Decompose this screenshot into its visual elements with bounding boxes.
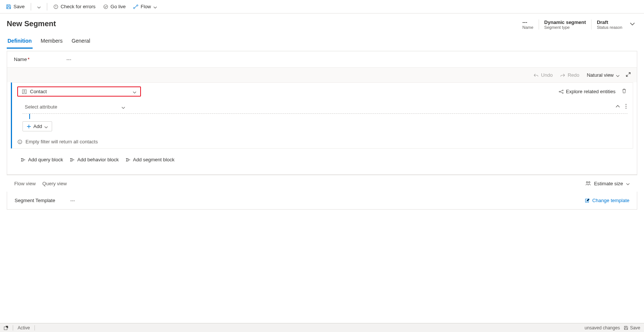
check-errors-button[interactable]: Check for errors [50, 2, 99, 11]
explore-related-button[interactable]: Explore related entities [559, 89, 616, 94]
chevron-down-icon [44, 125, 48, 128]
svg-point-15 [586, 182, 588, 183]
template-row: Segment Template --- Change template [7, 192, 637, 210]
meta-type-label: Segment type [544, 25, 586, 30]
attribute-selector[interactable]: Select attribute [22, 103, 127, 111]
record-meta: --- Name Dynamic segment Segment type Dr… [517, 19, 637, 30]
template-label: Segment Template [15, 198, 55, 203]
svg-point-3 [133, 7, 135, 9]
add-condition-label: Add [33, 124, 42, 129]
svg-point-12 [626, 108, 626, 109]
query-view-link[interactable]: Query view [42, 181, 67, 186]
estimate-size-button[interactable]: Estimate size [585, 180, 630, 186]
name-field-label: Name* [14, 57, 66, 62]
chevron-down-icon [37, 5, 41, 9]
name-field-value[interactable]: --- [66, 57, 71, 62]
separator [31, 3, 31, 10]
empty-filter-message: Empty filter will return all contacts [25, 139, 98, 144]
add-behavior-block-button[interactable]: Add behavior block [70, 157, 119, 162]
meta-status-label: Status reason [597, 25, 622, 30]
tab-members[interactable]: Members [40, 36, 63, 49]
query-block: Contact Explore related entities Select … [11, 82, 633, 149]
chevron-down-icon [133, 90, 136, 94]
redo-button[interactable]: Redo [559, 71, 581, 79]
svg-point-7 [559, 91, 560, 92]
go-live-button[interactable]: Go live [100, 2, 129, 11]
save-icon [6, 4, 11, 9]
svg-point-1 [55, 7, 56, 8]
change-template-label: Change template [592, 198, 629, 203]
collapse-button[interactable] [615, 103, 621, 110]
add-segment-block-label: Add segment block [133, 157, 175, 162]
more-button[interactable] [625, 103, 628, 111]
query-block-header: Contact Explore related entities [12, 83, 633, 100]
add-query-block-button[interactable]: Add query block [21, 157, 63, 162]
flow-button[interactable]: Flow [130, 2, 160, 11]
contact-icon [22, 89, 27, 94]
entity-selector-label: Contact [30, 89, 47, 94]
meta-name: --- Name [517, 19, 539, 30]
command-bar: Save Check for errors Go live Flow [0, 0, 644, 13]
chevron-down-icon [121, 105, 125, 109]
query-block-actions: Explore related entities [559, 88, 628, 95]
empty-filter-info: Empty filter will return all contacts [12, 135, 633, 148]
svg-point-2 [104, 4, 108, 9]
entity-selector[interactable]: Contact [17, 86, 141, 97]
add-behavior-block-label: Add behavior block [77, 157, 119, 162]
svg-point-9 [562, 92, 563, 94]
flow-view-link[interactable]: Flow view [14, 181, 36, 186]
svg-point-10 [626, 104, 626, 105]
chevron-down-icon [616, 73, 620, 77]
view-selector[interactable]: Natural view [585, 71, 621, 79]
page-header: New Segment --- Name Dynamic segment Seg… [0, 13, 644, 33]
meta-type-value: Dynamic segment [544, 19, 586, 25]
meta-name-label: Name [523, 25, 533, 30]
dashed-divider [22, 113, 628, 114]
svg-point-14 [19, 140, 20, 141]
estimate-size-label: Estimate size [594, 181, 623, 186]
svg-point-11 [626, 106, 626, 107]
save-button[interactable]: Save [3, 2, 28, 11]
tab-definition[interactable]: Definition [7, 36, 33, 49]
svg-point-6 [24, 90, 25, 92]
view-links: Flow view Query view [14, 181, 67, 186]
required-indicator: * [28, 57, 30, 62]
redo-label: Redo [568, 72, 579, 78]
go-live-label: Go live [111, 4, 126, 9]
tab-strip: Definition Members General [0, 33, 644, 49]
add-condition-button[interactable]: Add [22, 121, 52, 131]
view-selector-label: Natural view [587, 72, 614, 78]
meta-expand[interactable] [628, 21, 637, 28]
attribute-row: Select attribute [12, 100, 633, 111]
svg-point-4 [137, 4, 138, 6]
chevron-down-icon [153, 5, 157, 9]
check-icon [103, 4, 108, 9]
page-title: New Segment [7, 19, 56, 28]
tab-general[interactable]: General [71, 36, 91, 49]
attribute-actions [615, 103, 628, 111]
undo-button[interactable]: Undo [532, 71, 554, 79]
name-field-row: Name* --- [7, 51, 637, 68]
svg-point-16 [589, 182, 590, 183]
definition-panel: Name* --- Undo Redo Natural view [7, 51, 637, 175]
add-query-block-label: Add query block [28, 157, 63, 162]
connector-line [29, 114, 30, 119]
meta-name-value: --- [523, 19, 533, 25]
template-value[interactable]: --- [70, 198, 75, 203]
chevron-down-icon [626, 182, 630, 185]
attribute-selector-label: Select attribute [25, 104, 57, 110]
flow-label: Flow [141, 4, 151, 9]
meta-status-value: Draft [597, 19, 622, 25]
error-icon [53, 4, 58, 9]
meta-type: Dynamic segment Segment type [539, 19, 591, 30]
svg-point-8 [562, 90, 563, 91]
meta-status: Draft Status reason [591, 19, 628, 30]
save-label: Save [13, 4, 25, 9]
save-dropdown[interactable] [34, 3, 44, 10]
add-segment-block-button[interactable]: Add segment block [126, 157, 175, 162]
change-template-button[interactable]: Change template [585, 198, 629, 203]
check-errors-label: Check for errors [61, 4, 96, 9]
views-row: Flow view Query view Estimate size [7, 175, 637, 192]
delete-block-button[interactable] [621, 88, 628, 95]
fullscreen-button[interactable] [626, 72, 631, 78]
